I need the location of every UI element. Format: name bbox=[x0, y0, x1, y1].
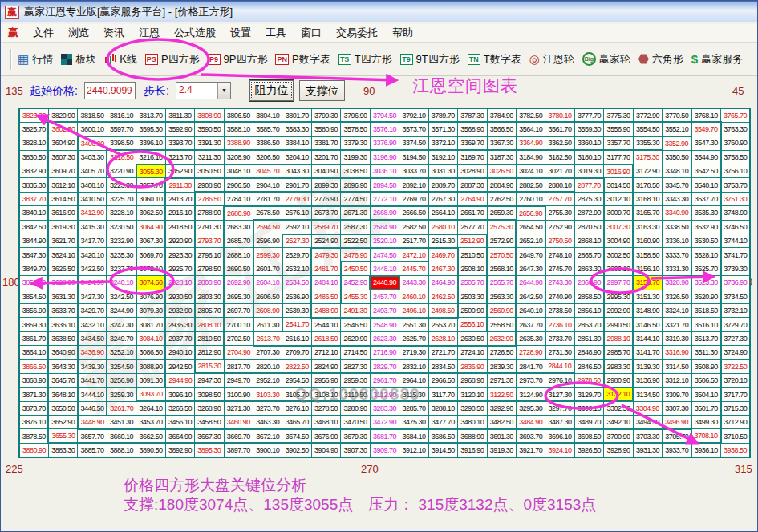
toolbar-label: T数字表 bbox=[484, 52, 521, 67]
toolbar-button-9t-square[interactable]: T99T四方形 bbox=[400, 52, 460, 67]
grid-cell: 3055.30 bbox=[136, 164, 165, 178]
toolbar-button-bankuai[interactable]: 板块 bbox=[61, 52, 96, 67]
toolbar-button-gann-wheel[interactable]: ◎江恩轮 bbox=[529, 52, 574, 67]
grid-cell: 3336.10 bbox=[663, 234, 691, 248]
analysis-title: 价格四方形大盘关键位分析 bbox=[124, 475, 306, 496]
grid-cell: 2966.50 bbox=[428, 373, 457, 387]
resistance-button[interactable]: 阻力位 bbox=[249, 80, 294, 101]
grid-cell: 3273.70 bbox=[253, 401, 282, 415]
grid-cell: 3559.30 bbox=[574, 122, 603, 136]
grid-cell: 2493.70 bbox=[370, 303, 399, 317]
grid-cell: 3132.10 bbox=[604, 388, 633, 401]
angle-label-270: 270 bbox=[361, 463, 379, 475]
grid-cell: 3770.50 bbox=[663, 108, 691, 122]
grid-cell: 3626.50 bbox=[48, 262, 77, 275]
grid-cell: 3787.30 bbox=[458, 108, 487, 122]
menu-item[interactable]: 浏览 bbox=[61, 26, 96, 40]
step-dropdown[interactable]: 2.4 ▼ bbox=[176, 82, 231, 99]
grid-cell: 2498.50 bbox=[428, 303, 457, 317]
menu-item[interactable]: 交易委托 bbox=[329, 26, 385, 40]
grid-cell: 2760.10 bbox=[516, 192, 545, 205]
grid-cell: 3189.70 bbox=[458, 150, 487, 164]
grid-cell: 3489.70 bbox=[574, 416, 603, 429]
grid-cell: 3864.10 bbox=[19, 346, 48, 359]
hexagon-icon bbox=[638, 54, 649, 64]
menu-item[interactable]: 帮助 bbox=[385, 26, 420, 40]
grid-cell: 3530.50 bbox=[691, 234, 720, 248]
toolbar-button-winner-wheel[interactable]: Big赢家轮 bbox=[582, 52, 630, 67]
grid-cell: 3542.50 bbox=[691, 164, 720, 178]
grid-cell: 3403.30 bbox=[78, 150, 107, 164]
grid-cell: 3472.90 bbox=[370, 416, 399, 429]
grid-cell: 2661.70 bbox=[458, 206, 487, 220]
grid-cell: 3400.90 bbox=[78, 136, 107, 150]
menu-item[interactable]: 公式选股 bbox=[167, 26, 223, 40]
grid-cell: 3170.50 bbox=[633, 178, 662, 192]
menu-item[interactable]: 文件 bbox=[26, 26, 61, 40]
grid-cell: 2568.10 bbox=[487, 262, 516, 275]
toolbar-button-p-square[interactable]: PSP四方形 bbox=[145, 52, 200, 67]
support-button[interactable]: 支撑位 bbox=[299, 80, 345, 101]
toolbar-button-p-table[interactable]: PNP数字表 bbox=[275, 52, 330, 67]
toolbar-button-t-square[interactable]: TST四方形 bbox=[338, 52, 392, 67]
toolbar-button-hangqing[interactable]: ▦行情 bbox=[18, 52, 53, 67]
grid-cell: 3902.50 bbox=[282, 443, 311, 457]
grid-cell: 3830.50 bbox=[19, 150, 48, 164]
grid-cell: 3484.90 bbox=[516, 416, 545, 429]
grid-cell: 3693.70 bbox=[516, 429, 545, 443]
grid-cell: 3146.50 bbox=[633, 318, 662, 331]
grid-cell: 3784.90 bbox=[487, 108, 516, 122]
menu-item[interactable]: 资讯 bbox=[96, 26, 132, 40]
grid-cell: 3724.90 bbox=[721, 346, 751, 359]
chevron-down-icon[interactable]: ▼ bbox=[217, 83, 230, 99]
menu-item[interactable]: 窗口 bbox=[294, 26, 329, 40]
grid-cell: 3100.90 bbox=[224, 388, 253, 401]
grid-cell: 3213.70 bbox=[165, 150, 194, 164]
grid-cell: 2577.70 bbox=[458, 220, 487, 234]
dollar-icon: $ bbox=[691, 52, 698, 66]
grid-cell: 2637.70 bbox=[516, 318, 545, 331]
kline-icon bbox=[104, 53, 116, 66]
grid-cell: 3045.70 bbox=[253, 164, 282, 178]
big-wheel-icon: Big bbox=[582, 52, 596, 66]
grid-cell: 3098.50 bbox=[195, 388, 224, 401]
grid-cell: 2858.50 bbox=[574, 290, 603, 303]
toolbar-button-9p-square[interactable]: P99P四方形 bbox=[208, 52, 268, 67]
menu-item[interactable]: 江恩 bbox=[132, 26, 167, 40]
grid-cell: 2745.70 bbox=[545, 262, 574, 275]
grid-cell: 3122.50 bbox=[487, 388, 516, 401]
toolbar-button-t-table[interactable]: TNT数字表 bbox=[468, 52, 521, 67]
grid-cell: 3768.10 bbox=[691, 108, 720, 122]
grid-cell: 3904.90 bbox=[311, 443, 340, 457]
toolbar-button-winner-service[interactable]: $赢家服务 bbox=[691, 52, 743, 67]
grid-cell: 2712.10 bbox=[311, 346, 340, 359]
grid-cell: 3741.70 bbox=[721, 248, 751, 262]
grid-cell: 3026.50 bbox=[487, 164, 516, 178]
start-price-input[interactable] bbox=[84, 82, 136, 99]
grid-cell: 3700.90 bbox=[604, 429, 633, 443]
menu-item[interactable]: 工具 bbox=[258, 26, 294, 40]
grid-cell: 3362.50 bbox=[545, 136, 574, 150]
grid-cell: 3926.50 bbox=[574, 443, 603, 457]
grid-cell: 3607.30 bbox=[48, 150, 77, 164]
grid-cell: 2824.90 bbox=[311, 359, 340, 373]
grid-cell: 3873.70 bbox=[19, 401, 48, 415]
toolbar-button-hexagon[interactable]: 六角形 bbox=[638, 52, 683, 67]
grid-cell: 2868.10 bbox=[574, 234, 603, 248]
grid-cell: 2916.10 bbox=[165, 206, 194, 220]
menu-item[interactable]: 设置 bbox=[223, 26, 258, 40]
grid-cell: 2512.90 bbox=[458, 234, 487, 248]
grid-cell: 3033.70 bbox=[399, 164, 428, 178]
grid-cell: 3698.50 bbox=[574, 429, 603, 443]
grid-cell: 2947.30 bbox=[195, 373, 224, 387]
grid-cell: 3369.70 bbox=[458, 136, 487, 150]
grid-cell: 3806.50 bbox=[224, 108, 253, 122]
toolbar-button-kline[interactable]: K线 bbox=[104, 52, 137, 67]
grid-cell: 3900.10 bbox=[253, 443, 282, 457]
grid-cell: 3583.30 bbox=[282, 122, 311, 136]
grid-cell: 3895.30 bbox=[195, 443, 224, 457]
grid-cell: 2575.30 bbox=[487, 220, 516, 234]
grid-cell: 2880.10 bbox=[545, 178, 574, 192]
grid-cell: 2846.50 bbox=[574, 359, 603, 373]
grid-cell: 3576.10 bbox=[370, 122, 399, 136]
